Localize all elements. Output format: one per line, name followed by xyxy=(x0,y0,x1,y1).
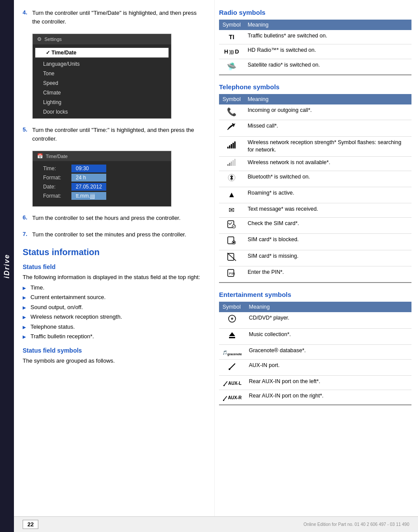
radio-meaning-satellite: Satellite radio* is switched on. xyxy=(244,59,411,75)
radio-col-meaning: Meaning xyxy=(244,20,411,30)
tel-sym-signal-empty xyxy=(219,156,244,171)
svg-point-19 xyxy=(223,385,225,386)
eject-icon xyxy=(227,331,237,340)
tel-meaning-missed: Missed call*. xyxy=(244,120,411,136)
tel-sym-call: 📞 xyxy=(219,104,244,120)
bullet-arrow-2: ▶ xyxy=(23,294,28,301)
bullet-wireless: ▶ Wireless network reception strength. xyxy=(23,313,206,321)
ent-col-symbol: Symbol xyxy=(219,302,245,312)
table-row: ✉ Text message* was received. xyxy=(219,203,411,217)
table-row: Wireless network reception strength* Sym… xyxy=(219,136,411,156)
radio-meaning-hd: HD Radio™* is switched on. xyxy=(244,44,411,59)
step-4-text: Turn the controller until "Time/Date" is… xyxy=(32,9,206,26)
step-5: 5. Turn the controller until "Time:" is … xyxy=(23,126,206,143)
aux-right-icon xyxy=(222,395,228,401)
bullet-text-telephone: Telephone status. xyxy=(30,323,75,331)
telephone-symbols-heading: Telephone symbols xyxy=(219,83,411,91)
tel-sym-bluetooth xyxy=(219,171,244,187)
step-6-text: Turn the controller to set the hours and… xyxy=(32,214,181,222)
bullet-telephone: ▶ Telephone status. xyxy=(23,323,206,331)
table-row: Check the SIM card*. xyxy=(219,217,411,233)
signal-empty-icon xyxy=(227,159,236,166)
left-column: 4. Turn the controller until "Time/Date"… xyxy=(14,0,214,532)
tel-sym-signal-full xyxy=(219,136,244,156)
cd-icon xyxy=(227,314,237,323)
step-6-number: 6. xyxy=(23,214,31,221)
tel-sym-roaming: ▲ xyxy=(219,187,244,203)
table-row: AUX-IN port. xyxy=(219,359,411,375)
menu-item-doorlocks: Door locks xyxy=(33,107,171,117)
ent-sym-auxr: AUX-R xyxy=(219,390,245,405)
td-row-format2: Format: tt.mm.jjjj xyxy=(43,192,167,200)
screenshot-timedate-titlebar: 📅 Time/Date xyxy=(33,151,171,161)
screenshot-timedate-title: Time/Date xyxy=(46,154,67,159)
tel-sym-text: ✉ xyxy=(219,203,244,217)
svg-point-21 xyxy=(223,400,224,401)
radio-col-symbol: Symbol xyxy=(219,20,244,30)
table-row: Bluetooth* is switched on. xyxy=(219,171,411,187)
pin-icon: PIN xyxy=(227,269,236,277)
table-row: AUX-R Rear AUX-IN port on the right*. xyxy=(219,390,411,405)
signal-full-icon xyxy=(227,141,236,148)
svg-rect-14 xyxy=(229,337,235,338)
radio-symbols-heading: Radio symbols xyxy=(219,9,411,16)
ent-meaning-eject: Music collection*. xyxy=(245,328,411,344)
td-row-time: Time: 09:30 xyxy=(43,165,167,172)
step-4-number: 4. xyxy=(23,9,31,16)
menu-item-speed: Speed xyxy=(33,78,171,88)
main-content: 4. Turn the controller until "Time/Date"… xyxy=(14,0,418,532)
tel-meaning-call: Incoming or outgoing call*. xyxy=(244,104,411,120)
table-row: TI Traffic bulletins* are switched on. xyxy=(219,30,411,44)
tel-meaning-sim-locked: SIM card* is blocked. xyxy=(244,234,411,250)
tel-meaning-pin: Enter the PIN*. xyxy=(244,266,411,283)
td-label-format2: Format: xyxy=(43,193,71,199)
page-footer: 22 Online Edition for Part no. 01 40 2 6… xyxy=(14,516,418,532)
bullet-text-time: Time. xyxy=(30,283,44,292)
table-row: ▲ Roaming* is active. xyxy=(219,187,411,203)
step-7-number: 7. xyxy=(23,231,31,237)
bullet-arrow-4: ▶ xyxy=(23,314,28,320)
side-tab: iDrive xyxy=(0,0,14,532)
bullet-arrow-1: ▶ xyxy=(23,285,28,291)
table-row: 🎵gracenote Gracenote® database*. xyxy=(219,345,411,359)
gear-icon: ⚙ xyxy=(37,36,42,42)
tel-meaning-sim-check: Check the SIM card*. xyxy=(244,217,411,233)
status-field-heading: Status field xyxy=(23,263,206,270)
step-7: 7. Turn the controller to set the minute… xyxy=(23,230,206,239)
screenshot-settings: ⚙ Settings ✓ Time/Date Language/Units To… xyxy=(32,34,172,119)
calendar-icon: 📅 xyxy=(37,153,43,159)
table-row: Music collection*. xyxy=(219,328,411,344)
td-label-date: Date: xyxy=(43,184,71,190)
bullet-arrow-6: ▶ xyxy=(23,333,28,340)
radio-symbols-table: Symbol Meaning TI Traffic bulletins* are… xyxy=(219,20,411,75)
bullet-text-sound: Sound output, on/off. xyxy=(30,303,83,312)
td-row-date: Date: 27.05.2012 xyxy=(43,183,167,191)
tel-sym-pin: PIN xyxy=(219,266,244,283)
side-tab-label: iDrive xyxy=(3,254,11,278)
tel-col-symbol: Symbol xyxy=(219,94,244,104)
telephone-symbols-table: Symbol Meaning 📞 Incoming or outgoing ca… xyxy=(219,94,411,283)
footer-text: Online Edition for Part no. 01 40 2 606 … xyxy=(303,522,409,527)
status-field-body: The following information is displayed i… xyxy=(23,273,206,282)
tel-meaning-roaming: Roaming* is active. xyxy=(244,187,411,203)
td-value-format1: 24 h xyxy=(71,174,106,182)
table-row: H ))) D HD Radio™* is switched on. xyxy=(219,44,411,59)
bullet-text-wireless: Wireless network reception strength. xyxy=(30,313,122,321)
tel-meaning-signal-empty: Wireless network is not available*. xyxy=(244,156,411,171)
table-row: SIM card* is blocked. xyxy=(219,234,411,250)
td-value-date: 27.05.2012 xyxy=(71,183,106,191)
step-6: 6. Turn the controller to set the hours … xyxy=(23,214,206,222)
ent-sym-gracenote: 🎵gracenote xyxy=(219,345,245,359)
td-label-format1: Format: xyxy=(43,175,71,181)
menu-item-timedate: ✓ Time/Date xyxy=(34,47,169,58)
step-7-text: Turn the controller to set the minutes a… xyxy=(32,230,186,239)
tel-meaning-bluetooth: Bluetooth* is switched on. xyxy=(244,171,411,187)
tel-meaning-signal-full: Wireless network reception strength* Sym… xyxy=(244,136,411,156)
tel-sym-sim-check xyxy=(219,217,244,233)
bullet-time: ▶ Time. xyxy=(23,283,206,292)
table-row: CD/DVD* player. xyxy=(219,312,411,328)
ent-meaning-auxr: Rear AUX-IN port on the right*. xyxy=(245,390,411,405)
settings-menu-list: ✓ Time/Date Language/Units Tone Speed Cl… xyxy=(33,44,171,118)
table-row: SIM card* is missing. xyxy=(219,250,411,266)
svg-text:PIN: PIN xyxy=(229,272,235,276)
